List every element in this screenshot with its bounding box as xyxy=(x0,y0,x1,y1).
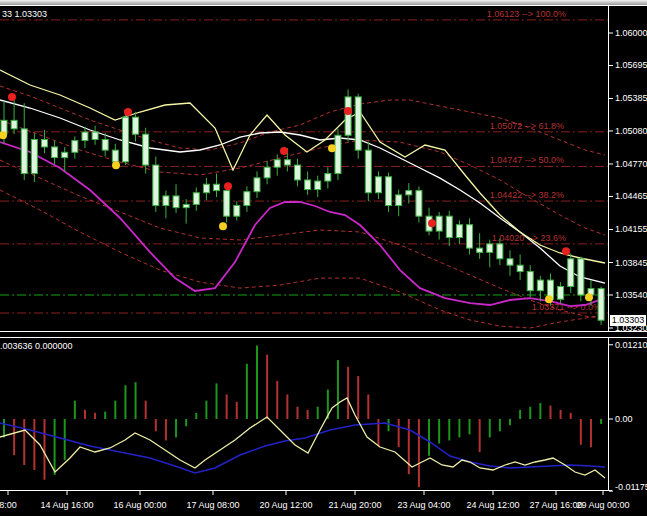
current-price-box: 1.03303 xyxy=(610,315,646,326)
time-tick-label: 20 Aug 12:00 xyxy=(259,500,312,510)
candle xyxy=(92,132,98,139)
candle xyxy=(112,150,118,162)
candle xyxy=(396,195,402,206)
candle xyxy=(163,196,169,206)
candle xyxy=(102,140,108,151)
candle xyxy=(52,147,58,158)
candle xyxy=(214,184,220,190)
candle xyxy=(133,117,139,134)
buy-signal-dot xyxy=(545,295,553,303)
candle xyxy=(446,216,452,237)
price-tick-label: 1.05080 xyxy=(615,126,647,136)
candle xyxy=(517,265,523,271)
candle xyxy=(375,177,381,193)
candle xyxy=(537,280,543,291)
time-tick-label: 14 Aug 16:00 xyxy=(40,500,93,510)
candle xyxy=(122,117,128,162)
buy-signal-dot xyxy=(328,144,336,152)
sell-signal-dot xyxy=(124,108,132,116)
sell-signal-dot xyxy=(344,107,352,115)
window-title-strip[interactable] xyxy=(0,0,647,5)
price-tick-label: 1.03540 xyxy=(615,290,647,300)
time-tick-label: 24 Aug 12:00 xyxy=(466,500,519,510)
price-tick-label: 1.04465 xyxy=(615,191,647,201)
candle xyxy=(456,225,462,238)
time-tick-label: 21 Aug 20:00 xyxy=(328,500,381,510)
candle xyxy=(72,141,78,153)
fib-label: 1.04422 --> 38.2% xyxy=(490,190,564,200)
sell-signal-dot xyxy=(562,247,570,255)
candle xyxy=(436,216,442,231)
candle xyxy=(173,196,179,208)
candle xyxy=(203,184,209,193)
candle xyxy=(11,120,17,129)
candle xyxy=(284,160,290,165)
buy-signal-dot xyxy=(219,222,227,230)
candle xyxy=(558,286,564,299)
time-tick-label: 8:00 xyxy=(0,500,17,510)
candle xyxy=(264,167,270,178)
candle xyxy=(183,204,189,207)
indicator-tick-label: 0.00 xyxy=(615,414,633,424)
price-tick-label: 1.05385 xyxy=(615,93,647,103)
candle xyxy=(305,180,311,190)
candle xyxy=(598,289,604,321)
price-tick-label: 1.06000 xyxy=(615,28,647,38)
buy-signal-dot xyxy=(112,161,120,169)
candle xyxy=(527,272,533,291)
candle xyxy=(467,225,473,248)
time-tick-label: 23 Aug 04:00 xyxy=(397,500,450,510)
candle xyxy=(355,97,361,150)
price-tick-label: 1.04770 xyxy=(615,159,647,169)
candle xyxy=(31,140,37,174)
candle xyxy=(315,181,321,190)
time-tick-label: 29 Aug 00:00 xyxy=(576,500,629,510)
ohlc-info-label: 33 1.03303 xyxy=(2,9,47,19)
candle xyxy=(365,150,371,193)
buy-signal-dot xyxy=(585,293,593,301)
sell-signal-dot xyxy=(8,93,16,101)
candle xyxy=(254,178,260,192)
candle xyxy=(21,129,27,174)
sell-signal-dot xyxy=(224,182,232,190)
candle xyxy=(487,244,493,253)
fib-label: 1.04747 --> 50.0% xyxy=(490,155,564,165)
fib-label: 1.05072 --> 61.8% xyxy=(490,121,564,131)
price-tick-label: 1.03845 xyxy=(615,258,647,268)
candle xyxy=(406,191,412,195)
time-tick-label: 16 Aug 00:00 xyxy=(113,500,166,510)
candle xyxy=(234,206,240,217)
pane-separator[interactable] xyxy=(0,331,647,338)
band-lower-outer xyxy=(0,190,605,328)
time-tick-label: 27 Aug 16:00 xyxy=(529,500,582,510)
candle xyxy=(62,152,68,157)
indicator-info-label: .003636 0.000000 xyxy=(0,341,73,351)
candle xyxy=(41,140,47,147)
candle xyxy=(416,191,422,217)
candle xyxy=(568,259,574,287)
candle xyxy=(325,174,331,181)
signal-line xyxy=(0,423,605,473)
price-tick-label: 1.05695 xyxy=(615,60,647,70)
sell-signal-dot xyxy=(428,219,436,227)
candle xyxy=(82,132,88,141)
candle xyxy=(274,160,280,167)
lower-pane xyxy=(0,345,605,487)
chart-canvas[interactable]: 1.06123 --> 100.0%1.05072 --> 61.8%1.047… xyxy=(0,0,647,516)
candle xyxy=(345,97,351,135)
candle xyxy=(507,259,513,265)
candle xyxy=(153,165,159,205)
indicator-tick-label: 0.01210 xyxy=(615,340,647,350)
candle xyxy=(386,177,392,206)
candle xyxy=(578,259,584,295)
candle xyxy=(224,191,230,217)
candle xyxy=(335,135,341,173)
candle xyxy=(244,192,250,206)
indicator-tick-label: -0.01175 xyxy=(615,482,647,492)
candle xyxy=(497,244,503,259)
price-tick-label: 1.04155 xyxy=(615,224,647,234)
sell-signal-dot xyxy=(280,147,288,155)
trading-chart-window: 1.06123 --> 100.0%1.05072 --> 61.8%1.047… xyxy=(0,0,647,516)
candle xyxy=(294,165,300,180)
candle xyxy=(477,248,483,252)
